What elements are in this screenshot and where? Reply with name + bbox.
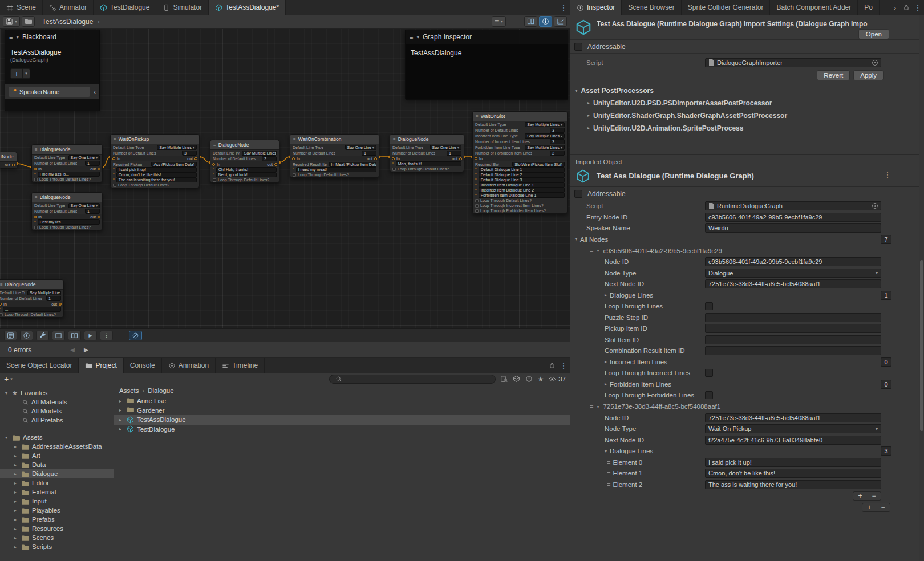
revert-button[interactable]: Revert: [817, 70, 850, 80]
slot-item-id-field[interactable]: [705, 335, 881, 344]
output-port[interactable]: [459, 157, 462, 160]
input-port[interactable]: [392, 157, 395, 160]
drag-handle-icon[interactable]: =: [607, 470, 610, 477]
graph-node-dialogue-5[interactable]: ≡DialogueNode Default Line TypeSay Multi…: [0, 279, 64, 318]
scrollbar-thumb[interactable]: [920, 260, 923, 431]
search-by-type-icon[interactable]: [500, 375, 508, 383]
incorrect-lines-count-field[interactable]: 0: [881, 357, 891, 367]
node-type-dropdown[interactable]: Dialogue▾: [705, 269, 881, 278]
panel-menu-icon[interactable]: ≡: [410, 34, 413, 40]
script-field[interactable]: DialogueGraphImporter: [705, 58, 881, 67]
input-port[interactable]: [0, 303, 2, 306]
save-button[interactable]: ▾: [3, 16, 20, 27]
tab-overflow[interactable]: Po: [858, 0, 880, 15]
array-add-button[interactable]: +: [862, 503, 876, 511]
favorite-star-icon[interactable]: ★: [537, 375, 544, 383]
next-node-id-field[interactable]: f22a475e-4c2f-41c6-9b73-6a83498abfe0: [705, 436, 881, 445]
tab-scroll-right-icon[interactable]: ›: [889, 0, 901, 15]
tab-project[interactable]: Project: [79, 358, 123, 373]
graph-breadcrumb[interactable]: TestAssDialogue ›: [42, 17, 100, 26]
postprocessors-foldout[interactable]: ▾ Asset PostProcessors: [570, 84, 919, 97]
inspector-lock-icon[interactable]: [901, 0, 911, 15]
breadcrumb-assets[interactable]: Assets: [119, 387, 139, 394]
tab-animation[interactable]: Animation: [162, 358, 216, 373]
foldout-arrow-icon[interactable]: ▸: [13, 453, 18, 458]
tree-folder-item[interactable]: ▸ Art: [0, 451, 114, 460]
foldout-arrow-icon[interactable]: ▸: [13, 471, 18, 477]
input-port[interactable]: [292, 157, 295, 160]
tree-folder-item[interactable]: ▸ Dialogue: [0, 469, 114, 478]
tab-sprite-collider-generator[interactable]: Sprite Collider Generator: [682, 0, 771, 15]
loop-checkbox[interactable]: [293, 173, 296, 177]
combination-result-item-id-field[interactable]: [705, 346, 881, 355]
tree-folder-item[interactable]: ▸ Prefabs: [0, 515, 114, 524]
output-port[interactable]: [98, 168, 100, 170]
frame-icon[interactable]: [52, 331, 65, 340]
tree-folder-item[interactable]: ▸ External: [0, 487, 114, 497]
foldout-arrow-icon[interactable]: ▸: [13, 517, 18, 522]
favorites-item[interactable]: All Models: [0, 406, 114, 416]
tab-test-ass-dialogue[interactable]: TestAssDialogue*: [209, 0, 286, 15]
blackboard-panel[interactable]: ≡ ▾ Blackboard TestAssDialogue (Dialogue…: [5, 30, 100, 111]
incorrect-item-lines-foldout[interactable]: ▸Incorrect Item Lines: [570, 359, 705, 365]
open-asset-button[interactable]: [22, 16, 35, 27]
drag-handle-icon[interactable]: =: [590, 403, 593, 410]
blackboard-property-row[interactable]: “ SpeakerName ‹: [5, 84, 99, 99]
open-button[interactable]: Open: [858, 29, 889, 39]
visibility-toggle[interactable]: 37: [548, 375, 566, 383]
foldout-arrow-icon[interactable]: ▸: [13, 462, 18, 467]
loop-checkbox[interactable]: [113, 184, 116, 187]
graph-node-start[interactable]: rtNode out: [0, 152, 17, 168]
foldout-arrow-icon[interactable]: ▸: [13, 544, 18, 550]
postprocessor-item[interactable]: ▸ UnityEditor.ShaderGraph.ShaderGraphAss…: [570, 109, 919, 122]
forbidden-item-lines-foldout[interactable]: ▸Forbidden Item Lines: [570, 381, 705, 388]
output-port[interactable]: [59, 303, 62, 306]
dialogue-lines-foldout[interactable]: ▸Dialogue Lines: [570, 292, 705, 299]
inspector-scrollbar[interactable]: [919, 15, 924, 561]
graph-inspector-panel[interactable]: ≡ ▾ Graph Inspector TestAssDialogue: [405, 30, 568, 100]
node-b-foldout[interactable]: = ▾ 7251e73e-38d3-44ff-a8c5-bcf54088aaf1: [570, 401, 919, 412]
foldout-arrow-icon[interactable]: ▸: [13, 481, 18, 486]
play-icon[interactable]: ▶: [84, 331, 97, 340]
output-port[interactable]: [274, 163, 277, 166]
foldout-arrow-icon[interactable]: ▸: [13, 508, 18, 513]
loop-through-forbidden-lines-checkbox[interactable]: [705, 391, 713, 399]
loop-checkbox[interactable]: [34, 226, 38, 229]
input-port[interactable]: [475, 157, 477, 160]
package-visibility-icon[interactable]: [512, 375, 521, 383]
speaker-name-field[interactable]: Weirdo: [705, 223, 881, 233]
tab-simulator[interactable]: Simulator: [156, 0, 209, 15]
output-port[interactable]: [374, 157, 377, 160]
tab-timeline[interactable]: Timeline: [216, 358, 265, 373]
tree-folder-item[interactable]: ▸ Scripts: [0, 542, 114, 551]
object-menu-icon[interactable]: ⋮: [881, 170, 894, 179]
tab-console[interactable]: Console: [124, 358, 162, 373]
forbidden-lines-count-field[interactable]: 0: [881, 380, 891, 389]
layout-toggle-button[interactable]: [524, 16, 537, 27]
loop-checkbox[interactable]: [392, 168, 396, 171]
tree-folder-item[interactable]: ▸ Resources: [0, 524, 114, 533]
object-picker-icon[interactable]: [872, 60, 878, 66]
tab-scene[interactable]: Scene: [0, 0, 43, 15]
tree-folder-item[interactable]: ▸ Input: [0, 497, 114, 506]
panel-menu-icon[interactable]: ≡: [9, 34, 13, 40]
favorites-root[interactable]: ▾ ★ Favorites: [0, 388, 114, 397]
tree-folder-item[interactable]: ▸ Editor: [0, 478, 114, 487]
dialogue-lines-count-field[interactable]: 3: [881, 446, 891, 456]
collapse-arrow-icon[interactable]: ▾: [416, 34, 419, 40]
postprocessor-item[interactable]: ▸ UnityEditor.U2D.PSD.PSDImporterAssetPo…: [570, 97, 919, 109]
tab-inspector[interactable]: Inspector: [570, 0, 622, 15]
expand-arrow-icon[interactable]: ▸: [119, 426, 124, 432]
output-port[interactable]: [194, 157, 197, 160]
drag-handle-icon[interactable]: =: [607, 459, 610, 466]
output-port[interactable]: [98, 216, 100, 218]
graph-node-dialogue-4[interactable]: ≡DialogueNode Default Line TypeSay One L…: [390, 134, 464, 172]
tree-folder-item[interactable]: ▸ AddressableAssetsData: [0, 442, 114, 451]
script-field[interactable]: RuntimeDialogueGraph: [705, 201, 881, 210]
speaker-name-property[interactable]: “ SpeakerName: [9, 87, 90, 97]
asset-item[interactable]: ▸ Gardener: [114, 406, 570, 416]
loop-checkbox[interactable]: [475, 204, 479, 208]
tree-folder-item[interactable]: ▸ Data: [0, 460, 114, 469]
graph-inspector-toggle-button[interactable]: [539, 16, 552, 27]
puzzle-step-id-field[interactable]: [705, 313, 881, 322]
